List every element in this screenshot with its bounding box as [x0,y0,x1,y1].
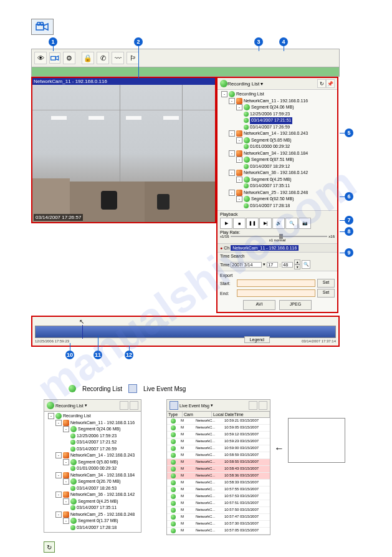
tree-camera[interactable]: - NetworkCam_36 - 192.168.0.142 [220,170,335,177]
export-start-set[interactable]: Set [317,279,335,288]
tree-segment[interactable]: - Segment 0(4.25 MB) [220,177,335,183]
event-row[interactable]: MNetworkC...10:58:43 03/15/2007 [167,466,270,473]
curve-icon[interactable]: 〰 [112,52,124,64]
event-row[interactable]: MNetworkC...10:58:59 03/15/2007 [167,452,270,459]
tree-root[interactable]: - Recording List [220,91,335,98]
event-row[interactable]: MNetworkC...10:59:05 03/15/2007 [167,425,270,432]
tree-file[interactable]: 03/14/2007 18:29:12 [220,163,335,170]
pin-icon[interactable] [130,401,138,410]
tree-file[interactable]: 01/01/2000 00:29:32 [47,465,138,472]
event-row[interactable]: MNetworkC...10:59:12 03/15/2007 [167,432,270,438]
event-row[interactable]: MNetworkC...10:57:50 03/15/2007 [167,507,270,514]
tree-segment[interactable]: - Segment 0(62.50 MB) [220,196,335,203]
snapshot-icon[interactable]: 📷 [299,218,311,229]
tree-file[interactable]: 03/14/2007 17:26:59 [220,124,335,131]
export-avi-button[interactable]: AVI [243,300,275,310]
play-button[interactable]: ▶ [220,218,232,229]
timeline-end-label: 03/14/2007 17:37:14 [302,339,336,343]
settings-icon[interactable]: ⚙ [63,52,75,64]
tree-camera[interactable]: - NetworkCam_25 - 192.168.0.248 [47,511,138,518]
tree-segment[interactable]: - Segment 0(24.06 MB) [220,104,335,111]
tree-camera[interactable]: - NetworkCam_34 - 192.168.0.184 [220,150,335,157]
zoom-icon[interactable]: 🔍 [285,218,298,229]
event-row[interactable]: MNetworkC...10:57:05 03/15/2007 [167,528,270,535]
phone-icon[interactable]: ✆ [97,52,109,64]
tree-file[interactable]: 03/14/2007 17:28:18 [220,203,335,210]
spin-up[interactable]: ▲ [294,259,300,264]
refresh-icon[interactable]: ↻ [44,541,55,553]
tree-camera[interactable]: - NetworkCam_34 - 192.168.0.184 [47,472,138,479]
hour-input[interactable] [267,262,278,268]
recorder-button[interactable] [49,52,60,64]
event-row[interactable]: MNetworkC...10:57:53 03/15/2007 [167,493,270,500]
pin-icon[interactable]: 📌 [326,79,335,88]
recording-tree-small[interactable]: - Recording List- NetworkCam_11 - 192.16… [44,412,141,532]
tree-root[interactable]: - Recording List [47,413,138,420]
tree-segment[interactable]: - Segment 0(24.06 MB) [47,426,138,433]
lock-icon[interactable]: 🔒 [82,52,94,64]
flag-icon[interactable]: 🏳 [127,52,139,64]
export-start-field[interactable] [237,279,315,287]
tree-file[interactable]: 01/01/2000 00:29:32 [220,143,335,150]
tree-file[interactable]: 03/14/2007 17:35:11 [220,183,335,190]
event-row[interactable]: MNetworkC...10:57:30 03/15/2007 [167,521,270,528]
step-button[interactable]: ▶| [259,218,272,229]
tree-segment[interactable]: - Segment 0(5.80 MB) [47,459,138,466]
tree-file[interactable]: 03/14/2007 17:21:52 [47,439,138,446]
event-row[interactable]: MNetworkC...10:58:33 03/15/2007 [167,480,270,487]
tree-camera[interactable]: - NetworkCam_11 - 192.168.0.116 [47,420,138,427]
card-icon [170,401,178,410]
timeline-marker[interactable] [82,325,83,339]
tree-camera[interactable]: - NetworkCam_25 - 192.168.0.248 [220,190,335,196]
event-row[interactable]: MNetworkC...10:59:00 03/15/2007 [167,445,270,452]
export-jpeg-button[interactable]: JPEG [279,300,312,310]
date-input[interactable] [231,262,262,268]
tree-segment[interactable]: - Segment 0(26.70 MB) [47,478,138,485]
pause-button[interactable]: ❚❚ [246,218,259,229]
tree-file[interactable]: 12/25/2006 17:59:23 [47,433,138,440]
event-row[interactable]: MNetworkC...10:57:55 03/15/2007 [167,487,270,493]
speaker-icon[interactable]: 🔊 [272,218,285,229]
tree-file[interactable]: 03/14/2007 17:28:18 [47,525,138,531]
event-rows[interactable]: MNetworkC...10:59:21 03/15/2007MNetworkC… [167,418,270,535]
minute-input[interactable] [282,262,293,268]
timeline-track[interactable] [35,326,336,338]
eye-icon[interactable]: 👁 [34,52,47,64]
tree-camera[interactable]: - NetworkCam_14 - 192.168.0.243 [220,130,335,137]
tree-segment[interactable]: - Segment 0(4.25 MB) [47,498,138,505]
stop-button[interactable]: ■ [233,218,246,229]
spin-down[interactable]: ▼ [294,264,300,269]
tree-file[interactable]: 03/14/2007 17:21:51 [220,117,335,124]
tree-segment[interactable]: - Segment 0(87.51 MB) [220,157,335,163]
event-row[interactable]: MNetworkC...10:59:23 03/15/2007 [167,438,270,445]
export-end-set[interactable]: Set [317,289,335,298]
tree-segment[interactable]: - Segment 0(5.85 MB) [220,137,335,144]
cursor-icon[interactable]: ↖ [79,318,84,325]
recording-tree[interactable]: - Recording List- NetworkCam_11 - 192.16… [218,90,337,210]
event-row[interactable]: MNetworkC...10:57:51 03/15/2007 [167,500,270,507]
pin-icon[interactable] [259,401,267,410]
refresh-icon[interactable] [120,401,128,410]
globe-icon [69,385,76,392]
tree-camera[interactable]: - NetworkCam_14 - 192.168.0.243 [47,452,138,459]
event-row[interactable]: MNetworkC...10:58:36 03/15/2007 [167,473,270,480]
event-row[interactable]: MNetworkC...10:58:55 03/15/2007 [167,459,270,466]
event-row[interactable]: MNetworkC...10:57:47 03/15/2007 [167,514,270,521]
tree-file[interactable]: 03/14/2007 17:35:11 [47,505,138,511]
tree-file[interactable]: 12/25/2006 17:59:23 [220,111,335,118]
callout-10: 10 [65,351,74,359]
export-end-field[interactable] [237,289,315,297]
refresh-icon[interactable]: ↻ [317,79,326,88]
tree-file[interactable]: 03/14/2007 18:26:53 [47,485,138,492]
svg-rect-4 [51,56,56,60]
tree-segment[interactable]: - Segment 0(1.37 MB) [47,518,138,525]
tree-file[interactable]: 03/14/2007 17:26:59 [47,446,138,453]
channel-value[interactable]: NetworkCam_11 - 192.168.0.116 [231,245,299,251]
search-button[interactable]: 🔍 [302,260,310,269]
tree-camera[interactable]: - NetworkCam_11 - 192.168.0.116 [220,98,335,105]
video-frame[interactable]: 03/14/2007 17:26:57 [32,85,215,222]
event-row[interactable]: MNetworkC...10:59:21 03/15/2007 [167,418,270,425]
tree-camera[interactable]: - NetworkCam_36 - 192.168.0.142 [47,492,138,498]
refresh-icon[interactable] [249,401,257,410]
legend-button[interactable]: Legend [244,336,270,343]
